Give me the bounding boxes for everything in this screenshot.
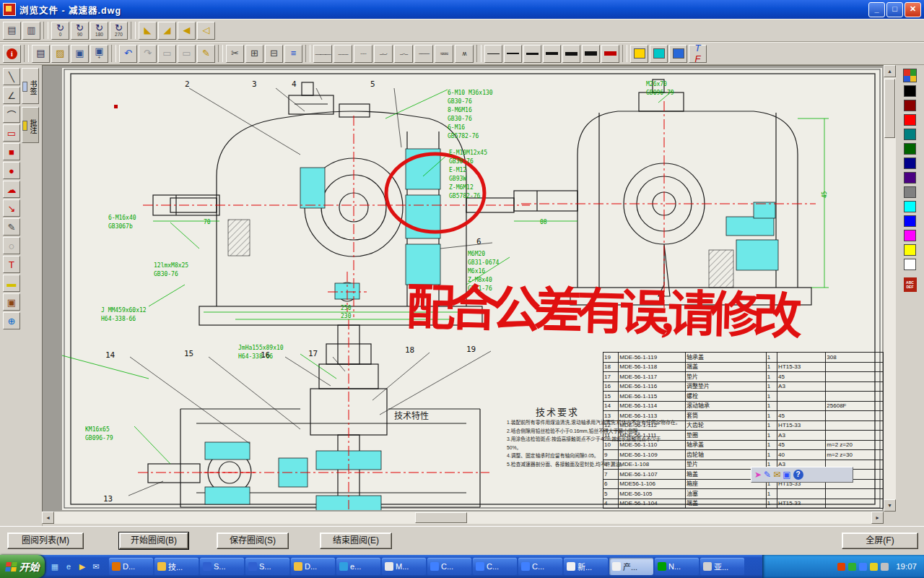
color-swatch-10[interactable] xyxy=(904,230,916,241)
layer-blue-button[interactable] xyxy=(669,45,687,63)
task-button-0[interactable]: D... xyxy=(109,558,153,575)
tab-bookmarks[interactable]: 书签 xyxy=(22,68,39,104)
task-button-3[interactable]: S... xyxy=(245,558,289,575)
color-swatch-0[interactable] xyxy=(904,85,916,97)
mini-help-button[interactable]: ? xyxy=(793,470,803,480)
tray-icon[interactable] xyxy=(837,563,845,571)
tool-filled-rect[interactable]: ■ xyxy=(3,143,20,160)
task-button-6[interactable]: M... xyxy=(382,558,426,575)
pan-button[interactable]: ▭ xyxy=(178,45,196,63)
maximize-button[interactable]: □ xyxy=(886,2,903,17)
task-button-7[interactable]: C... xyxy=(427,558,471,575)
rotate-90-button[interactable]: ↻90 xyxy=(71,22,89,40)
ql-media-icon[interactable]: ▶ xyxy=(77,561,88,572)
lineweight-2-button[interactable] xyxy=(504,45,522,63)
view-facing-pages-button[interactable]: ▥ xyxy=(22,22,40,40)
save-as-button[interactable]: ▣+ xyxy=(90,45,108,63)
linetype-dot-button[interactable]: ····· xyxy=(354,45,372,63)
color-swatch-11[interactable] xyxy=(904,244,916,256)
about-button[interactable]: i xyxy=(3,45,21,63)
vertical-scroll-thumb[interactable] xyxy=(884,79,895,138)
lineweight-1-button[interactable] xyxy=(484,45,502,63)
horizontal-scroll-thumb[interactable] xyxy=(415,512,467,523)
flip-right-button[interactable]: ◁ xyxy=(197,22,215,40)
tool-rect[interactable]: ▭ xyxy=(3,124,20,142)
mirror-vertical-button[interactable]: ◢ xyxy=(158,22,176,40)
horizontal-scrollbar[interactable]: ◂ ▸ xyxy=(42,512,884,524)
copy-button[interactable]: ⊞ xyxy=(245,45,263,63)
layer-yellow-button[interactable] xyxy=(630,45,648,63)
undo-button[interactable]: ↶ xyxy=(119,45,137,63)
layer-cyan-button[interactable] xyxy=(650,45,668,63)
tool-filled-ellipse[interactable]: ● xyxy=(3,162,20,179)
linetype-dashdotdot-button[interactable]: –··– xyxy=(394,45,413,63)
linetype-zigzag-button[interactable]: /\/\ xyxy=(455,45,474,63)
fullscreen-button[interactable]: 全屏(F) xyxy=(842,532,918,549)
lineweight-5-button[interactable] xyxy=(562,45,580,63)
vertical-scrollbar[interactable]: ▴ ▾ xyxy=(884,65,896,512)
tool-hyperlink[interactable]: ⊕ xyxy=(3,312,20,329)
lineweight-3-button[interactable] xyxy=(523,45,541,63)
ql-desktop-icon[interactable]: ▦ xyxy=(49,561,61,572)
scroll-down-button[interactable]: ▾ xyxy=(884,499,896,512)
text-format-button[interactable]: TF xyxy=(689,45,707,63)
lineweight-4-button[interactable] xyxy=(543,45,561,63)
flip-left-button[interactable]: ◀ xyxy=(178,22,196,40)
tray-icon[interactable] xyxy=(870,563,878,571)
start-review-button[interactable]: 开始圈阅(B) xyxy=(119,532,188,549)
redo-button[interactable]: ↷ xyxy=(139,45,157,63)
view-single-page-button[interactable]: ▤ xyxy=(3,22,21,40)
task-button-8[interactable]: C... xyxy=(473,558,517,575)
tool-highlight[interactable]: ▬ xyxy=(3,275,20,292)
tray-icon[interactable] xyxy=(848,563,856,571)
rotate-270-button[interactable]: ↻270 xyxy=(110,22,128,40)
task-button-13[interactable]: 亚... xyxy=(700,558,744,575)
ql-ie-icon[interactable]: e xyxy=(63,561,74,572)
save-review-button[interactable]: 保存圈阅(S) xyxy=(217,532,289,549)
rotate-0-button[interactable]: ↻0 xyxy=(51,22,69,40)
task-button-1[interactable]: 技... xyxy=(154,558,199,575)
linetype-doublewave-button[interactable]: ≈≈≈ xyxy=(435,45,453,63)
tool-arc[interactable]: ⌒ xyxy=(3,105,20,123)
tab-annotations[interactable]: 批注 xyxy=(22,107,39,143)
tool-revision-cloud[interactable]: ☁ xyxy=(3,181,20,198)
scroll-up-button[interactable]: ▴ xyxy=(884,65,896,77)
stamp-abc-icon[interactable]: ABCDEF xyxy=(904,277,917,292)
close-button[interactable]: ✕ xyxy=(905,2,921,17)
zoom-window-button[interactable]: ▭ xyxy=(158,45,176,63)
linetype-dash-button[interactable]: – – – xyxy=(334,45,352,63)
task-button-5[interactable]: e... xyxy=(336,558,380,575)
tool-lasso[interactable]: ◌ xyxy=(3,237,20,254)
linetype-wave-button[interactable]: ~~~~ xyxy=(414,45,433,63)
tray-icon[interactable] xyxy=(881,563,889,571)
task-button-10[interactable]: 新... xyxy=(564,558,608,575)
end-review-button[interactable]: 结束圈阅(E) xyxy=(320,532,392,549)
color-swatch-8[interactable] xyxy=(904,201,916,212)
task-button-2[interactable]: S... xyxy=(200,558,244,575)
mini-pen-button[interactable]: ✎ xyxy=(764,469,771,480)
tool-arrow[interactable]: ↘ xyxy=(3,199,20,217)
task-button-12[interactable]: N... xyxy=(655,558,699,575)
color-swatch-9[interactable] xyxy=(904,215,916,227)
color-swatch-6[interactable] xyxy=(904,172,916,184)
task-button-11[interactable]: 产... xyxy=(609,558,653,575)
minimize-button[interactable]: _ xyxy=(868,2,885,17)
tool-text[interactable]: T xyxy=(3,256,20,273)
layers-button[interactable]: ≡ xyxy=(284,45,302,63)
paste-button[interactable]: ⊟ xyxy=(265,45,283,63)
ql-mail-icon[interactable]: ✉ xyxy=(90,561,102,572)
task-button-9[interactable]: C... xyxy=(518,558,562,575)
color-swatch-12[interactable] xyxy=(904,259,916,270)
rotate-180-button[interactable]: ↻180 xyxy=(90,22,108,40)
tray-icon[interactable] xyxy=(859,563,867,571)
linetype-dashdot-button[interactable]: –·–· xyxy=(374,45,393,63)
color-swatch-4[interactable] xyxy=(904,143,916,155)
print-button[interactable]: ▤ xyxy=(32,45,50,63)
scroll-right-button[interactable]: ▸ xyxy=(871,512,884,524)
open-file-button[interactable]: ▨ xyxy=(51,45,69,63)
linetype-solid-button[interactable]: ——— xyxy=(313,45,332,63)
color-swatch-1[interactable] xyxy=(904,100,916,111)
task-button-4[interactable]: D... xyxy=(291,558,335,575)
color-swatch-5[interactable] xyxy=(904,158,916,169)
mirror-horizontal-button[interactable]: ◣ xyxy=(139,22,157,40)
